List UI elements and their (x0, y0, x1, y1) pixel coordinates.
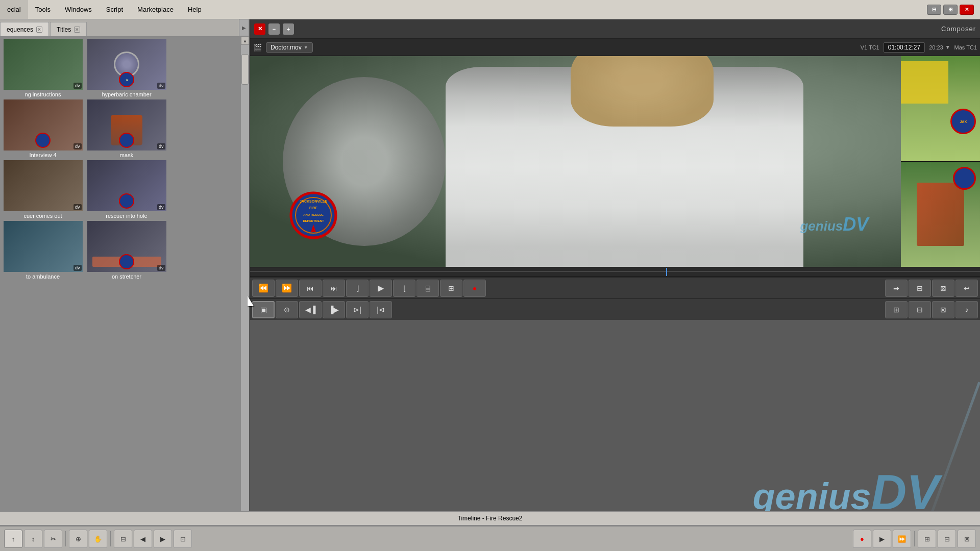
scroll-thumb[interactable] (241, 54, 249, 85)
timeline-extra-1[interactable]: ⊞ (918, 530, 936, 548)
left-tabs: equences ✕ Titles ✕ ▶ (0, 19, 249, 37)
step-back-btn[interactable]: ⏮ (299, 280, 322, 297)
timeline-status-text: Timeline - Fire Rescue2 (458, 515, 523, 522)
play-btn[interactable]: ▶ (370, 280, 392, 297)
timeline-play-btn[interactable]: ▶ (873, 530, 891, 548)
right-thumb-strip: JAX (901, 56, 980, 267)
timeline-extra-2[interactable]: ⊟ (938, 530, 956, 548)
timeline-btn-2[interactable]: ◀ (134, 530, 152, 548)
overwrite-btn[interactable]: ➡ (885, 280, 908, 297)
timeline-btn-1[interactable]: ⊟ (114, 530, 132, 548)
step-right-btn[interactable]: ▐▶ (323, 301, 345, 318)
pointer-tool[interactable]: ↑ (4, 530, 22, 548)
viewer-max-btn[interactable]: + (283, 23, 294, 35)
rewind-btn[interactable]: ⏪ (252, 280, 275, 297)
left-panel: equences ✕ Titles ✕ ▶ ▲ ▼ (0, 19, 250, 551)
insert-btn[interactable]: ⊟ (909, 280, 931, 297)
record-btn[interactable]: ● (463, 280, 486, 297)
media-label: cuer comes out (2, 213, 84, 219)
fit-to-fill-btn[interactable]: ↩ (955, 280, 978, 297)
media-label: mask (86, 152, 167, 158)
tab-sequences[interactable]: equences ✕ (0, 22, 49, 36)
media-label: on stretcher (86, 273, 167, 280)
scroll-up-arrow[interactable]: ▲ (241, 37, 249, 45)
duration-value: 20:23 (929, 44, 943, 51)
window-close[interactable]: ✕ (960, 5, 974, 15)
tabs-overflow-arrow[interactable]: ▶ (239, 19, 249, 36)
media-thumb: dv (4, 160, 83, 211)
razor-tool[interactable]: ✂ (44, 530, 62, 548)
list-item[interactable]: dv on stretcher (86, 221, 167, 280)
timeline-ff-btn[interactable]: ⏩ (893, 530, 911, 548)
doctor-head (571, 56, 714, 127)
menu-tools[interactable]: Tools (28, 0, 58, 19)
jump-start-btn[interactable]: |⊲ (370, 301, 392, 318)
bottom-toolbar: ↑ ↕ ✂ ⊕ ✋ ⊟ ◀ ▶ ⊡ ● ▶ ⏩ ⊞ ⊟ ⊠ (0, 525, 980, 551)
tab-sequences-close[interactable]: ✕ (36, 27, 42, 33)
mark-in-btn[interactable]: ⌊ (393, 280, 415, 297)
video-display: JACKSONVILLE FIRE AND RESCUE DEPARTMENT … (250, 56, 901, 267)
timeline-extra-3[interactable]: ⊠ (958, 530, 976, 548)
timeline-record-btn[interactable]: ● (853, 530, 871, 548)
scrubber-bar[interactable] (250, 267, 980, 277)
list-item[interactable]: dv rescuer into hole (86, 160, 167, 219)
media-thumb: dv (87, 221, 166, 272)
replace-btn[interactable]: ⊠ (932, 280, 954, 297)
multi-view-btn[interactable]: ⊞ (885, 301, 908, 318)
playhead[interactable] (666, 268, 667, 276)
tab-titles[interactable]: Titles ✕ (50, 22, 87, 36)
tab-titles-close[interactable]: ✕ (74, 27, 80, 33)
viewer-filename-dropdown[interactable]: Doctor.mov ▼ (266, 42, 313, 53)
media-thumb: dv (87, 160, 166, 211)
clip-mode-btn[interactable]: ▣ (252, 301, 275, 318)
mark-out-btn[interactable]: ⌋ (346, 280, 369, 297)
list-item[interactable]: dv mask (86, 99, 167, 158)
mark-split-btn[interactable]: ⌸ (416, 280, 439, 297)
menu-help[interactable]: Help (181, 0, 209, 19)
fire-department-badge: JACKSONVILLE FIRE AND RESCUE DEPARTMENT (289, 191, 338, 241)
loop-btn[interactable]: ⊙ (276, 301, 298, 318)
list-item[interactable]: ★ dv hyperbaric chamber (86, 39, 167, 97)
toolbar-sep-3 (914, 531, 915, 546)
menu-special[interactable]: ecial (0, 0, 28, 19)
left-scrollbar[interactable]: ▲ ▼ (241, 37, 249, 537)
svg-text:AND RESCUE: AND RESCUE (303, 213, 324, 216)
tab-sequences-label: equences (7, 26, 33, 33)
left-panel-inner: ▲ ▼ dv ng instructions (0, 37, 249, 537)
viewer-header: 🎬 Doctor.mov ▼ V1 TC1 01:00:12:27 20:23 … (250, 39, 980, 56)
menu-marketplace[interactable]: Marketplace (130, 0, 181, 19)
match-frame-btn[interactable]: ⊞ (440, 280, 462, 297)
audio-btn[interactable]: ♪ (955, 301, 978, 318)
timeline-btn-3[interactable]: ▶ (154, 530, 172, 548)
strip-thumb-top: JAX (901, 56, 980, 162)
menu-script[interactable]: Script (99, 0, 130, 19)
step-forward-btn[interactable]: ⏭ (323, 280, 345, 297)
mono-btn[interactable]: ⊟ (909, 301, 931, 318)
strip-thumb-bottom (901, 162, 980, 267)
dropdown-tc-icon[interactable]: ▼ (945, 44, 950, 50)
viewer-close-btn[interactable]: ✕ (254, 23, 265, 35)
stereo-btn[interactable]: ⊠ (932, 301, 954, 318)
window-minimize[interactable]: ⊟ (927, 5, 941, 15)
zoom-tool[interactable]: ⊕ (69, 530, 87, 548)
window-screen[interactable]: ⊞ (943, 5, 958, 15)
timeline-btn-4[interactable]: ⊡ (174, 530, 192, 548)
fast-forward-btn[interactable]: ⏩ (276, 280, 298, 297)
jump-end-btn[interactable]: ⊳| (346, 301, 369, 318)
svg-text:FIRE: FIRE (309, 206, 317, 210)
list-item[interactable]: dv ng instructions (2, 39, 84, 97)
track-label: V1 TC1 (861, 44, 879, 51)
hand-tool[interactable]: ✋ (89, 530, 107, 548)
viewer-panel: ✕ − + Composer 🎬 Doctor.mov ▼ V1 TC1 01:… (250, 19, 980, 551)
svg-text:JACKSONVILLE: JACKSONVILLE (299, 199, 327, 203)
media-label: to ambulance (2, 273, 84, 280)
media-thumb: dv (4, 99, 83, 151)
list-item[interactable]: dv cuer comes out (2, 160, 84, 219)
viewer-min-btn[interactable]: − (268, 23, 280, 35)
viewer-timecode: 01:00:12:27 (884, 42, 925, 53)
select-tool[interactable]: ↕ (24, 530, 42, 548)
list-item[interactable]: dv Interview 4 (2, 99, 84, 158)
menu-windows[interactable]: Windows (58, 0, 99, 19)
step-left-btn[interactable]: ◀▐ (299, 301, 322, 318)
list-item[interactable]: dv to ambulance (2, 221, 84, 280)
